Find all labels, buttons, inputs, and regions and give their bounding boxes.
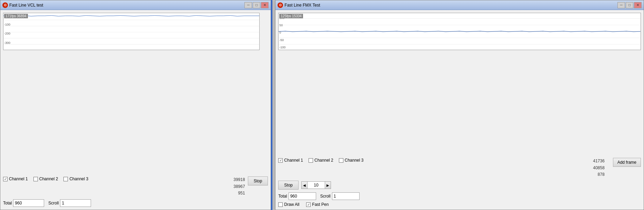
right-channel1-text: Channel 1 (284, 158, 303, 163)
right-scroll-group: Scroll (320, 192, 360, 200)
left-window: ⊙ Fast Line VCL test ─ □ ✕ 171fps 36894 … (0, 0, 271, 210)
right-window-title: Fast Line FMX Test (284, 3, 320, 8)
right-stats: 41736 40858 878 (593, 158, 604, 178)
right-spinner-input[interactable] (308, 181, 325, 189)
right-spinner-group: ◀ ▶ (301, 181, 331, 189)
left-stat-3: 951 (233, 190, 245, 197)
right-draw-all-text: Draw All (284, 202, 299, 207)
right-channel1-checkbox[interactable] (278, 158, 283, 163)
left-scroll-input[interactable] (60, 199, 91, 207)
right-app-icon: ⊙ (278, 2, 283, 8)
left-channels-stats-row: Channel 1 Channel 2 Channel 3 39918 3896… (3, 176, 268, 197)
left-title-controls: ─ □ ✕ (244, 2, 269, 8)
left-channel2-label: Channel 2 (33, 176, 58, 181)
right-channel2-text: Channel 2 (314, 158, 333, 163)
right-channels-row: Channel 1 Channel 2 Channel 3 (278, 158, 363, 163)
left-channel2-checkbox[interactable] (33, 177, 38, 181)
right-add-frame-button[interactable]: Add frame (613, 158, 641, 167)
right-controls-area: Channel 1 Channel 2 Channel 3 41736 4085… (278, 50, 641, 207)
left-window-title: Fast Line VCL test (9, 3, 43, 8)
left-stats: 39918 38967 951 (233, 176, 245, 197)
left-channel2-text: Channel 2 (39, 176, 58, 181)
right-fast-pen-checkbox[interactable] (306, 202, 311, 207)
right-fast-pen-label: Fast Pen (306, 202, 329, 207)
left-controls-area: Channel 1 Channel 2 Channel 3 39918 3896… (3, 50, 268, 207)
right-draw-all-label: Draw All (278, 202, 299, 207)
right-stat-1: 41736 (593, 158, 604, 164)
right-channel1-label: Channel 1 (278, 158, 303, 163)
left-channel1-checkbox[interactable] (3, 177, 8, 181)
right-channel2-checkbox[interactable] (309, 158, 313, 163)
right-channel2-label: Channel 2 (309, 158, 333, 163)
right-bottom-row: Total Scroll (278, 192, 641, 200)
right-stat-2: 40858 (593, 165, 604, 171)
right-channel3-label: Channel 3 (339, 158, 364, 163)
right-channel3-checkbox[interactable] (339, 158, 343, 163)
right-total-label: Total (278, 194, 287, 199)
left-stat-1: 39918 (233, 176, 245, 183)
right-middle-controls: Stop ◀ ▶ (278, 181, 641, 190)
right-window: ⊙ Fast Line FMX Test ─ □ ✕ 125fps 15334 … (275, 0, 644, 210)
left-title-left: ⊙ Fast Line VCL test (2, 2, 43, 8)
left-bottom-row: Total Scroll (3, 199, 268, 207)
right-title-bar: ⊙ Fast Line FMX Test ─ □ ✕ (275, 0, 644, 10)
right-total-input[interactable] (289, 192, 316, 200)
vertical-divider (271, 0, 272, 210)
left-total-group: Total (3, 199, 44, 207)
left-channel1-text: Channel 1 (9, 176, 28, 181)
left-maximize-btn[interactable]: □ (253, 2, 260, 8)
right-window-content: 125fps 15334 100 50 0 -50 -100 (275, 10, 644, 210)
right-scroll-input[interactable] (332, 192, 360, 200)
right-title-controls: ─ □ ✕ (617, 2, 642, 8)
left-channels-row: Channel 1 Channel 2 Channel 3 (3, 176, 88, 181)
left-channel3-label: Channel 3 (63, 176, 88, 181)
left-close-btn[interactable]: ✕ (261, 2, 269, 8)
right-close-btn[interactable]: ✕ (634, 2, 642, 8)
left-title-bar: ⊙ Fast Line VCL test ─ □ ✕ (0, 0, 271, 10)
left-stop-button[interactable]: Stop (248, 176, 268, 185)
right-chart-svg (279, 13, 641, 50)
left-scroll-label: Scroll (48, 201, 59, 206)
left-window-content: 171fps 36894 -100 -200 -300 -400 (0, 10, 271, 210)
right-fps-badge: 125fps 15334 (279, 14, 303, 18)
right-minimize-btn[interactable]: ─ (617, 2, 625, 8)
right-spinner-right-btn[interactable]: ▶ (325, 181, 331, 189)
right-stop-button[interactable]: Stop (278, 181, 299, 190)
right-bottom-checkboxes: Draw All Fast Pen (278, 202, 641, 207)
left-minimize-btn[interactable]: ─ (244, 2, 252, 8)
left-chart-inner: 171fps 36894 -100 -200 -300 -400 (3, 13, 259, 50)
left-total-label: Total (3, 201, 12, 206)
left-app-icon: ⊙ (2, 2, 8, 8)
left-chart-container: 171fps 36894 -100 -200 -300 -400 (3, 13, 260, 50)
right-draw-all-checkbox[interactable] (278, 202, 283, 207)
right-spinner-left-btn[interactable]: ◀ (301, 181, 308, 189)
left-scroll-group: Scroll (48, 199, 91, 207)
right-title-left: ⊙ Fast Line FMX Test (278, 2, 320, 8)
right-stats-addbtn: 41736 40858 878 Add frame (593, 158, 641, 178)
right-chart-container: 125fps 15334 100 50 0 -50 -100 (278, 13, 641, 50)
left-stat-2: 38967 (233, 183, 245, 190)
right-chart-inner: 125fps 15334 100 50 0 -50 -100 (279, 13, 641, 50)
right-maximize-btn[interactable]: □ (626, 2, 633, 8)
left-fps-badge: 171fps 36894 (4, 14, 28, 18)
left-channel3-checkbox[interactable] (63, 177, 68, 181)
left-total-input[interactable] (13, 199, 44, 207)
right-total-group: Total (278, 192, 316, 200)
right-channels-stats-row: Channel 1 Channel 2 Channel 3 41736 4085… (278, 158, 641, 178)
right-scroll-label: Scroll (320, 194, 331, 199)
right-fast-pen-text: Fast Pen (312, 202, 329, 207)
right-stat-3: 878 (593, 171, 604, 178)
left-chart-svg (3, 13, 259, 50)
right-channel3-text: Channel 3 (345, 158, 364, 163)
left-channel1-label: Channel 1 (3, 176, 28, 181)
left-channel3-text: Channel 3 (69, 176, 88, 181)
